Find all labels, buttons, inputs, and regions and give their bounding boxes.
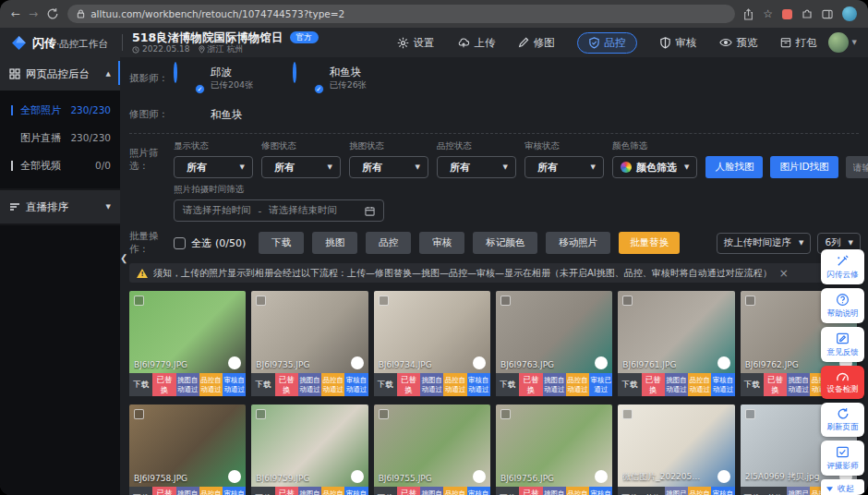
photo-checkbox[interactable] — [500, 296, 511, 306]
retoucher-chip[interactable]: 和鱼块 — [174, 100, 243, 129]
photo-status-button[interactable]: 下载 — [741, 373, 764, 396]
filter-dropdown[interactable]: 所有 ▼ — [349, 156, 428, 178]
sidebar-item[interactable]: 全部照片 230/230 — [0, 96, 120, 124]
sort-order-dropdown[interactable]: 按上传时间逆序 ▼ — [717, 233, 812, 254]
photo-thumbnail[interactable]: BJ6I9763.JPG — [496, 291, 612, 373]
sidebar-group-backend[interactable]: 网页品控后台 ▲ — [0, 57, 120, 91]
filter-dropdown[interactable]: 所有 ▼ — [261, 156, 341, 178]
photo-status-button[interactable]: 挑图自动通过 — [665, 373, 688, 396]
nav-item[interactable]: 设置 — [397, 36, 435, 50]
photo-status-button[interactable]: 下载 — [618, 373, 641, 396]
bookmark-star-icon[interactable]: ☆ — [763, 7, 773, 20]
photo-status-button[interactable]: 已替换 — [764, 373, 787, 396]
photo-status-button[interactable]: 已替换 — [275, 487, 298, 495]
photo-status-button[interactable]: 审核自动通过 — [711, 373, 734, 396]
browser-profile-avatar[interactable] — [842, 6, 857, 21]
photo-status-button[interactable]: 下载 — [129, 487, 152, 495]
photo-status-button[interactable]: 已替换 — [397, 373, 420, 396]
face-search-button[interactable]: 人脸找图 — [705, 156, 763, 178]
float-menu-item[interactable]: 设备检测 — [821, 366, 864, 399]
filter-dropdown[interactable]: 所有 ▼ — [524, 156, 604, 178]
batch-action-button[interactable]: 下载 — [259, 232, 304, 254]
photo-thumbnail[interactable]: BJ6I9755.JPG — [374, 404, 490, 487]
photo-status-button[interactable]: 品控自动通过 — [321, 373, 344, 396]
photo-status-button[interactable]: 已替换 — [275, 373, 298, 396]
photo-status-button[interactable]: 审核自动通过 — [589, 487, 612, 495]
photo-thumbnail[interactable]: BJ6I9758.JPG — [129, 404, 246, 487]
photo-status-button[interactable]: 品控自动通过 — [688, 487, 711, 495]
sidebar-item[interactable]: 全部视频 0/0 — [0, 151, 120, 179]
photo-status-button[interactable]: 已替换 — [642, 373, 665, 396]
photo-select-circle[interactable] — [351, 356, 364, 369]
photo-thumbnail[interactable]: BJ6I9756.JPG — [496, 404, 612, 487]
sidebar-group-sort[interactable]: 直播排序 ▼ — [0, 190, 120, 223]
filter-dropdown[interactable]: 颜色筛选 ▼ — [612, 156, 697, 178]
photo-select-circle[interactable] — [351, 470, 364, 483]
float-menu-item[interactable]: 闪传云修 — [821, 249, 864, 284]
nav-item[interactable]: 预览 — [719, 36, 758, 50]
user-avatar[interactable] — [828, 32, 849, 53]
photo-select-circle[interactable] — [473, 470, 486, 483]
photo-select-circle[interactable] — [473, 356, 486, 369]
photo-thumbnail[interactable]: 微信图片_202205… — [618, 404, 734, 487]
photo-checkbox[interactable] — [622, 409, 633, 419]
photo-checkbox[interactable] — [622, 296, 633, 306]
extension-icon[interactable] — [782, 9, 792, 19]
select-all-checkbox[interactable] — [174, 237, 186, 249]
back-icon[interactable]: ← — [11, 7, 20, 20]
photo-status-button[interactable]: 审核自动通过 — [223, 487, 246, 495]
photo-status-button[interactable]: 审核自动通过 — [467, 373, 490, 396]
photo-select-circle[interactable] — [595, 470, 608, 483]
float-menu-item[interactable]: 意见反馈 — [821, 327, 864, 362]
photo-status-button[interactable]: 挑图自动通过 — [298, 487, 321, 495]
photo-status-button[interactable]: 品控自动通过 — [566, 373, 589, 396]
notice-close-icon[interactable]: × — [779, 267, 789, 280]
photo-thumbnail[interactable]: BJ6I9759.JPG — [251, 404, 368, 487]
batch-action-button[interactable]: 审核 — [419, 232, 464, 254]
photo-status-button[interactable]: 挑图自动通过 — [176, 487, 199, 495]
filter-dropdown[interactable]: 所有 ▼ — [174, 156, 253, 178]
photo-status-button[interactable]: 审核自动通过 — [344, 487, 368, 495]
photo-status-button[interactable]: 审核自动通过 — [467, 487, 490, 495]
photo-status-button[interactable]: 替换 — [642, 487, 665, 495]
photo-checkbox[interactable] — [745, 409, 755, 419]
nav-item[interactable]: 品控 — [577, 32, 637, 54]
photo-status-button[interactable]: 挑图自动通过 — [420, 487, 443, 495]
user-menu-caret-icon[interactable]: ▼ — [852, 39, 857, 46]
photo-status-button[interactable]: 品控自动通过 — [443, 487, 466, 495]
nav-item[interactable]: 审核 — [659, 36, 697, 50]
photo-status-button[interactable]: 下载 — [374, 487, 397, 495]
photo-status-button[interactable]: 品控自动通过 — [566, 487, 589, 495]
extensions-puzzle-icon[interactable] — [802, 8, 813, 19]
url-bar[interactable]: alltuu.com/workbench/retouch/1074744573?… — [67, 5, 735, 23]
photo-status-button[interactable]: 挑图自动通过 — [176, 373, 199, 396]
photo-status-button[interactable]: 审核自动通过 — [344, 373, 368, 396]
photo-checkbox[interactable] — [745, 296, 755, 306]
photo-status-button[interactable]: 下载 — [251, 373, 274, 396]
photo-checkbox[interactable] — [134, 296, 144, 306]
photo-status-button[interactable]: 下载 — [374, 373, 397, 396]
photo-status-button[interactable]: 品控自动通过 — [199, 487, 223, 495]
photo-thumbnail[interactable]: BJ6I9779.JPG — [129, 291, 246, 373]
photo-status-button[interactable]: 下载 — [618, 487, 641, 495]
float-menu-item[interactable]: 帮助说明 — [821, 288, 864, 323]
photo-status-button[interactable]: 审核已通过 — [589, 373, 612, 396]
photo-status-button[interactable]: 已替换 — [397, 487, 420, 495]
batch-replace-button[interactable]: 批量替换 — [619, 232, 680, 254]
batch-action-button[interactable]: 挑图 — [312, 232, 357, 254]
photo-checkbox[interactable] — [379, 409, 389, 419]
nav-item[interactable]: 修图 — [518, 36, 555, 50]
photo-checkbox[interactable] — [256, 296, 266, 306]
photo-status-button[interactable]: 审核自动通过 — [711, 487, 734, 495]
photo-status-button[interactable]: 下载 — [496, 487, 519, 495]
photo-status-button[interactable]: 挑图自动通过 — [543, 373, 566, 396]
photo-status-button[interactable]: 品控自动通过 — [443, 373, 466, 396]
reload-icon[interactable] — [46, 7, 59, 20]
photographer-chip[interactable]: ✓ 邱波 已传204张 — [174, 64, 254, 93]
photo-status-button[interactable]: 下载 — [251, 487, 274, 495]
photo-select-circle[interactable] — [228, 356, 241, 369]
photo-status-button[interactable]: 已替换 — [519, 487, 542, 495]
photo-status-button[interactable]: 挑图已通过 — [665, 487, 688, 495]
photo-status-button[interactable]: 下载 — [129, 373, 152, 396]
filter-dropdown[interactable]: 所有 ▼ — [437, 156, 516, 178]
